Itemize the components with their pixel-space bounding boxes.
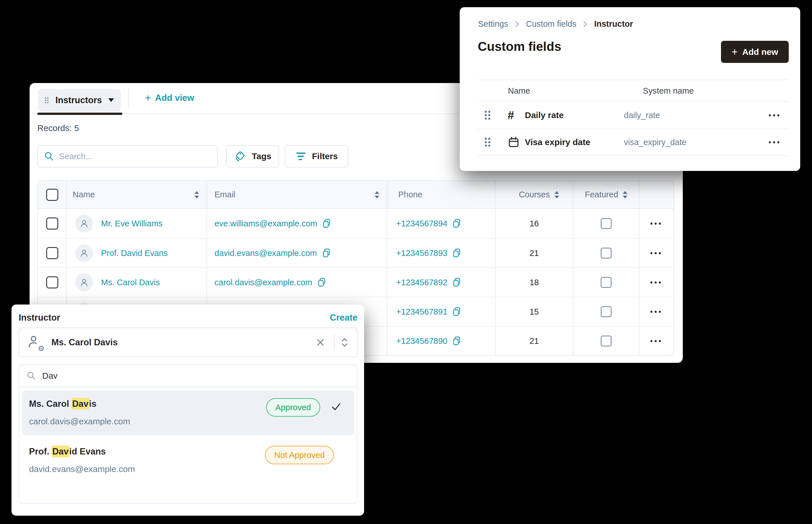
cf-system-name: visa_expiry_date — [624, 137, 743, 147]
row-menu-button[interactable]: ••• — [650, 278, 663, 287]
featured-checkbox[interactable] — [601, 277, 612, 288]
copy-icon[interactable] — [452, 307, 462, 317]
cf-row-menu-button[interactable]: ••• — [768, 138, 781, 147]
instructor-name-link[interactable]: Ms. Carol Davis — [101, 278, 160, 287]
custom-fields-table: Name System name # Daily rate daily_rate… — [478, 80, 789, 156]
breadcrumb: Settings Custom fields Instructor — [478, 19, 633, 29]
chevron-down-icon — [108, 98, 114, 102]
copy-icon[interactable] — [452, 277, 462, 288]
select-divider — [334, 334, 335, 350]
filter-icon — [295, 151, 307, 161]
search-icon — [44, 151, 54, 161]
instructor-select[interactable]: ⚙ Ms. Carol Davis — [19, 327, 357, 357]
search-input[interactable] — [59, 152, 211, 161]
featured-checkbox[interactable] — [601, 248, 612, 259]
sort-icon[interactable] — [375, 191, 379, 198]
featured-checkbox[interactable] — [601, 218, 612, 229]
filters-label: Filters — [312, 151, 338, 161]
hash-icon: # — [508, 109, 514, 122]
chevron-right-icon — [583, 21, 587, 27]
email-link[interactable]: david.evans@example.com — [215, 248, 317, 258]
phone-link[interactable]: +1234567893 — [396, 248, 447, 258]
cf-row: # Daily rate daily_rate ••• — [478, 102, 789, 128]
drag-handle-icon[interactable] — [484, 137, 491, 148]
plus-icon: + — [145, 93, 151, 103]
custom-fields-panel: Settings Custom fields Instructor Custom… — [460, 7, 800, 171]
sort-icon[interactable] — [555, 191, 559, 198]
status-badge-approved: Approved — [266, 398, 320, 416]
column-header-phone: Phone — [387, 181, 495, 209]
tab-divider — [128, 89, 129, 107]
search-icon — [27, 371, 36, 380]
page-title: Custom fields — [478, 39, 561, 54]
row-menu-button[interactable]: ••• — [650, 249, 663, 257]
row-menu-button[interactable]: ••• — [650, 337, 663, 345]
instructor-name-link[interactable]: Prof. David Evans — [101, 248, 168, 258]
selected-instructor-value: Ms. Carol Davis — [51, 337, 315, 348]
picker-title: Instructor — [19, 313, 60, 323]
column-header-featured[interactable]: Featured — [573, 181, 640, 209]
phone-link[interactable]: +1234567894 — [396, 219, 447, 228]
phone-link[interactable]: +1234567890 — [396, 337, 447, 346]
featured-checkbox[interactable] — [601, 306, 612, 317]
row-menu-button[interactable]: ••• — [650, 308, 663, 316]
copy-icon[interactable] — [452, 336, 462, 346]
filters-button[interactable]: Filters — [285, 145, 348, 167]
email-link[interactable]: eve.williams@example.com — [215, 219, 317, 228]
instructor-name-link[interactable]: Mr. Eve Williams — [101, 219, 163, 228]
search-box — [37, 145, 218, 167]
records-count: Records: 5 — [37, 123, 79, 133]
avatar — [75, 244, 93, 262]
table-row: Ms. Carol Davis carol.davis@example.com … — [38, 267, 674, 297]
result-option[interactable]: Ms. Carol Davis carol.davis@example.com … — [22, 391, 354, 435]
row-checkbox[interactable] — [46, 247, 58, 259]
breadcrumb-custom-fields[interactable]: Custom fields — [526, 19, 577, 29]
copy-icon[interactable] — [322, 248, 332, 258]
tab-instructors-label: Instructors — [55, 95, 102, 105]
add-new-label: Add new — [742, 47, 778, 57]
copy-icon[interactable] — [452, 248, 462, 258]
column-header-courses[interactable]: Courses — [495, 181, 573, 209]
tags-button[interactable]: Tags — [226, 145, 279, 167]
sort-icon[interactable] — [194, 191, 199, 198]
status-badge-not-approved: Not Approved — [265, 446, 334, 464]
dropdown-results: Ms. Carol Davis carol.davis@example.com … — [19, 387, 357, 482]
drag-handle-icon[interactable] — [484, 110, 491, 121]
clear-icon[interactable] — [315, 337, 326, 348]
person-icon — [79, 219, 89, 228]
drag-handle-icon — [45, 95, 49, 105]
column-header-name[interactable]: Name — [67, 181, 207, 209]
add-view-button[interactable]: + Add view — [145, 90, 194, 106]
email-link[interactable]: carol.davis@example.com — [215, 278, 312, 287]
person-icon — [79, 278, 89, 287]
copy-icon[interactable] — [317, 277, 327, 288]
add-new-button[interactable]: + Add new — [721, 41, 789, 63]
breadcrumb-settings[interactable]: Settings — [478, 19, 508, 29]
sort-icon[interactable] — [623, 191, 627, 198]
courses-count: 18 — [495, 267, 573, 297]
phone-link[interactable]: +1234567892 — [396, 278, 447, 287]
row-menu-button[interactable]: ••• — [650, 219, 663, 228]
courses-count: 21 — [495, 326, 573, 355]
courses-count: 15 — [495, 297, 573, 326]
select-all-checkbox[interactable] — [46, 189, 58, 201]
tags-label: Tags — [252, 151, 271, 161]
row-checkbox[interactable] — [46, 217, 58, 230]
phone-link[interactable]: +1234567891 — [396, 307, 447, 316]
create-link[interactable]: Create — [330, 313, 358, 323]
tab-instructors[interactable]: Instructors — [38, 89, 121, 111]
cf-header-row: Name System name — [478, 80, 789, 101]
copy-icon[interactable] — [322, 218, 332, 229]
unfold-icon[interactable] — [340, 337, 349, 348]
row-checkbox[interactable] — [46, 276, 58, 289]
column-header-email[interactable]: Email — [207, 181, 387, 209]
courses-count: 21 — [495, 238, 573, 267]
cf-row-menu-button[interactable]: ••• — [768, 111, 781, 119]
cf-row: Visa expiry date visa_expiry_date ••• — [478, 129, 789, 155]
dropdown-search-input[interactable] — [42, 371, 350, 381]
stage: Instructors + Add view Records: 5 — [0, 0, 812, 524]
result-option[interactable]: Prof. David Evans david.evans@example.co… — [22, 438, 354, 482]
copy-icon[interactable] — [452, 218, 462, 229]
search-match-highlight: Dav — [52, 446, 69, 457]
featured-checkbox[interactable] — [601, 335, 612, 346]
